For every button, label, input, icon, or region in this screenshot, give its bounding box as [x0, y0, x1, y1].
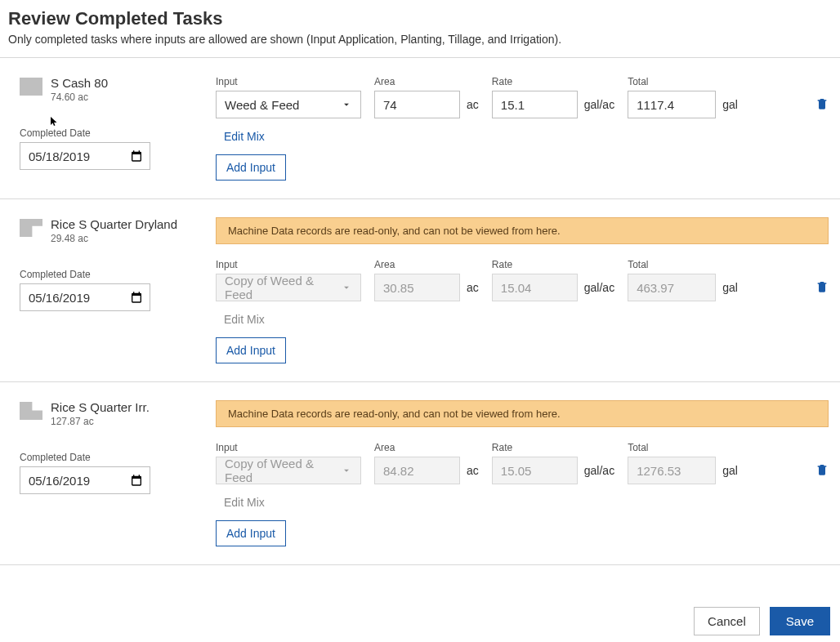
- input-select-value: Copy of Weed & Feed: [225, 457, 341, 484]
- chevron-down-icon: [341, 282, 352, 293]
- area-unit: ac: [467, 98, 479, 111]
- completed-date-value: 05/16/2019: [29, 474, 90, 488]
- total-label: Total: [628, 76, 738, 87]
- edit-mix-link[interactable]: Edit Mix: [224, 130, 829, 143]
- readonly-warning: Machine Data records are read-only, and …: [216, 400, 829, 427]
- area-unit: ac: [467, 464, 479, 477]
- completed-date-input[interactable]: 05/16/2019: [20, 466, 150, 494]
- rate-input: 15.04: [492, 274, 578, 301]
- save-button[interactable]: Save: [770, 607, 830, 635]
- rate-label: Rate: [492, 442, 614, 453]
- calendar-icon[interactable]: [130, 149, 143, 163]
- completed-date-input[interactable]: 05/18/2019: [20, 142, 150, 170]
- field-acres: 74.60 ac: [51, 91, 108, 103]
- total-label: Total: [628, 442, 738, 453]
- field-acres: 29.48 ac: [51, 233, 177, 244]
- input-label: Input: [216, 259, 361, 270]
- field-name: Rice S Quarter Dryland: [51, 217, 177, 231]
- cancel-button[interactable]: Cancel: [694, 607, 760, 635]
- area-unit: ac: [467, 281, 479, 294]
- total-unit: gal: [722, 98, 738, 111]
- field-acres: 127.87 ac: [51, 416, 150, 427]
- edit-mix-link: Edit Mix: [224, 496, 829, 509]
- rate-label: Rate: [492, 259, 614, 270]
- add-input-button[interactable]: Add Input: [216, 520, 286, 546]
- field-name: Rice S Quarter Irr.: [51, 400, 150, 414]
- add-input-button[interactable]: Add Input: [216, 154, 286, 181]
- readonly-warning: Machine Data records are read-only, and …: [216, 217, 829, 244]
- delete-icon[interactable]: [815, 96, 829, 114]
- area-input: 30.85: [374, 274, 460, 301]
- rate-input[interactable]: 15.1: [492, 91, 578, 118]
- rate-label: Rate: [492, 76, 614, 87]
- divider: [0, 564, 840, 565]
- completed-date-value: 05/16/2019: [29, 291, 90, 305]
- area-label: Area: [374, 259, 479, 270]
- input-select: Copy of Weed & Feed: [216, 457, 361, 484]
- delete-icon[interactable]: [815, 462, 829, 479]
- page-title: Review Completed Tasks: [8, 8, 832, 29]
- chevron-down-icon: [341, 465, 352, 476]
- page-subtitle: Only completed tasks where inputs are al…: [8, 33, 832, 46]
- calendar-icon[interactable]: [130, 291, 143, 304]
- rate-input: 15.05: [492, 457, 578, 484]
- completed-date-label: Completed Date: [20, 127, 199, 139]
- total-label: Total: [628, 259, 738, 270]
- field-shape-icon: [20, 78, 42, 96]
- field-shape-icon: [20, 402, 42, 420]
- completed-date-input[interactable]: 05/16/2019: [20, 283, 150, 311]
- delete-icon[interactable]: [815, 279, 829, 296]
- rate-unit: gal/ac: [584, 464, 614, 477]
- total-input: 1276.53: [628, 457, 716, 484]
- input-select-value: Copy of Weed & Feed: [225, 274, 341, 301]
- chevron-down-icon: [341, 99, 352, 110]
- completed-date-value: 05/18/2019: [29, 149, 90, 163]
- area-label: Area: [374, 76, 479, 87]
- total-unit: gal: [722, 464, 738, 477]
- input-select: Copy of Weed & Feed: [216, 274, 361, 301]
- rate-unit: gal/ac: [584, 281, 614, 294]
- calendar-icon[interactable]: [130, 474, 143, 487]
- add-input-button[interactable]: Add Input: [216, 337, 286, 363]
- field-name: S Cash 80: [51, 76, 108, 90]
- field-shape-icon: [20, 219, 42, 237]
- total-input: 463.97: [628, 274, 716, 301]
- area-label: Area: [374, 442, 479, 453]
- completed-date-label: Completed Date: [20, 452, 199, 463]
- edit-mix-link: Edit Mix: [224, 313, 829, 326]
- total-unit: gal: [722, 281, 738, 294]
- area-input: 84.82: [374, 457, 460, 484]
- task-row: S Cash 80 74.60 ac Completed Date 05/18/…: [0, 57, 840, 198]
- input-select-value: Weed & Feed: [225, 98, 299, 112]
- rate-unit: gal/ac: [584, 98, 614, 111]
- input-select[interactable]: Weed & Feed: [216, 91, 361, 118]
- task-row: Rice S Quarter Dryland 29.48 ac Complete…: [0, 198, 840, 381]
- completed-date-label: Completed Date: [20, 269, 199, 280]
- area-input[interactable]: 74: [374, 91, 460, 118]
- total-input[interactable]: 1117.4: [628, 91, 716, 118]
- input-label: Input: [216, 442, 361, 453]
- input-label: Input: [216, 76, 361, 87]
- task-row: Rice S Quarter Irr. 127.87 ac Completed …: [0, 381, 840, 564]
